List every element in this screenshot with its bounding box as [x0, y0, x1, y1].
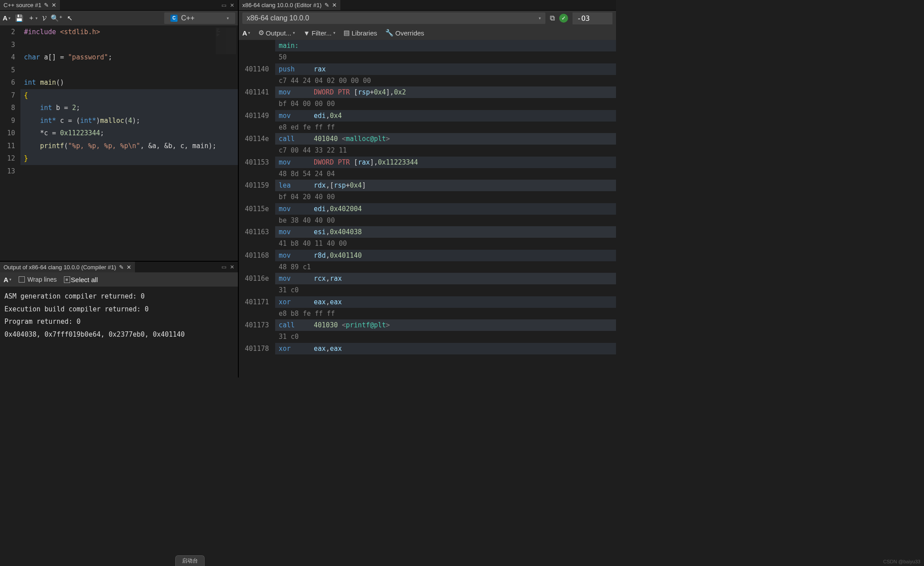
font-button[interactable]: A▾	[3, 14, 11, 22]
language-select[interactable]: C C++ ▾	[164, 12, 235, 24]
compiler-tab-bar: x86-64 clang 10.0.0 (Editor #1) ✎ ✕	[239, 0, 616, 11]
list-icon: ≡	[64, 276, 70, 283]
maximize-icon[interactable]: ▭	[221, 264, 226, 270]
close-icon[interactable]: ✕	[126, 264, 131, 271]
chevron-down-icon: ▾	[227, 16, 229, 20]
save-icon[interactable]: 💾	[15, 14, 24, 22]
wrap-lines-checkbox[interactable]: Wrap lines	[19, 276, 57, 283]
status-ok-icon: ✓	[559, 14, 568, 23]
chevron-down-icon: ▾	[539, 16, 541, 20]
output-toolbar: A▾ Wrap lines ≡ Select all	[0, 272, 238, 287]
close-panel-icon[interactable]: ✕	[230, 264, 234, 270]
pencil-icon[interactable]: ✎	[119, 264, 124, 271]
book-icon: ▤	[344, 29, 350, 37]
maximize-icon[interactable]: ▭	[221, 2, 226, 8]
output-tab-bar: Output of x86-64 clang 10.0.0 (Compiler …	[0, 262, 238, 272]
pencil-icon[interactable]: ✎	[324, 2, 329, 8]
tab-title: C++ source #1	[4, 2, 41, 8]
close-panel-icon[interactable]: ✕	[230, 2, 234, 8]
pencil-icon[interactable]: ✎	[44, 2, 49, 8]
source-editor[interactable]: 2345678910111213 #include <stdlib.h>char…	[0, 26, 238, 261]
wrench-icon: 🔧	[385, 29, 394, 37]
cpp-logo-icon: C	[170, 15, 178, 22]
select-all-label: Select all	[71, 276, 98, 283]
compiler-name: x86-64 clang 10.0.0	[247, 14, 309, 22]
search-icon[interactable]: 🔍⁺	[51, 14, 63, 22]
language-label: C++	[181, 14, 194, 22]
font-button[interactable]: A▾	[242, 29, 250, 37]
filter-dropdown[interactable]: ▼ Filter...▾	[303, 29, 336, 37]
asm-toolbar: A▾ ⚙ Output...▾ ▼ Filter...▾ ▤ Libraries…	[239, 26, 616, 40]
libraries-button[interactable]: ▤ Libraries	[344, 29, 377, 37]
output-text[interactable]: ASM generation compiler returned: 0Execu…	[0, 287, 238, 377]
compiler-tab[interactable]: x86-64 clang 10.0.0 (Editor #1) ✎ ✕	[239, 0, 340, 10]
overrides-button[interactable]: 🔧 Overrides	[385, 29, 424, 37]
wrap-lines-label: Wrap lines	[28, 276, 57, 283]
add-button[interactable]: ＋▾	[28, 14, 38, 22]
close-icon[interactable]: ✕	[332, 2, 337, 8]
compiler-toolbar: x86-64 clang 10.0.0 ▾ ⧉ ✓	[239, 11, 616, 26]
cursor-icon[interactable]: ↖	[67, 14, 73, 22]
checkbox-icon	[19, 276, 25, 283]
minimap[interactable]: ▬▬▬▬▬▬▬▬▬▬▬▬▬▬▬	[216, 28, 236, 54]
filter-icon: ▼	[303, 29, 310, 37]
font-button[interactable]: A▾	[4, 276, 12, 283]
gear-icon: ⚙	[258, 29, 264, 37]
source-toolbar: A▾ 💾 ＋▾ 𝓥 🔍⁺ ↖ C C++ ▾	[0, 11, 238, 26]
close-icon[interactable]: ✕	[51, 2, 56, 8]
output-tab-title: Output of x86-64 clang 10.0.0 (Compiler …	[4, 264, 116, 271]
vim-icon[interactable]: 𝓥	[42, 14, 46, 22]
output-tab[interactable]: Output of x86-64 clang 10.0.0 (Compiler …	[0, 262, 135, 272]
select-all-button[interactable]: ≡ Select all	[64, 276, 98, 283]
compiler-flags-input[interactable]	[573, 12, 612, 24]
output-dropdown[interactable]: ⚙ Output...▾	[258, 29, 296, 37]
compiler-select[interactable]: x86-64 clang 10.0.0 ▾	[242, 12, 545, 24]
compiler-tab-title: x86-64 clang 10.0.0 (Editor #1)	[242, 2, 322, 8]
assembly-view[interactable]: main:50401140push raxc7 44 24 04 02 00 0…	[239, 40, 616, 377]
external-link-icon[interactable]: ⧉	[550, 14, 555, 22]
source-tab[interactable]: C++ source #1 ✎ ✕	[0, 0, 60, 10]
source-tab-bar: C++ source #1 ✎ ✕ ▭ ✕	[0, 0, 238, 11]
